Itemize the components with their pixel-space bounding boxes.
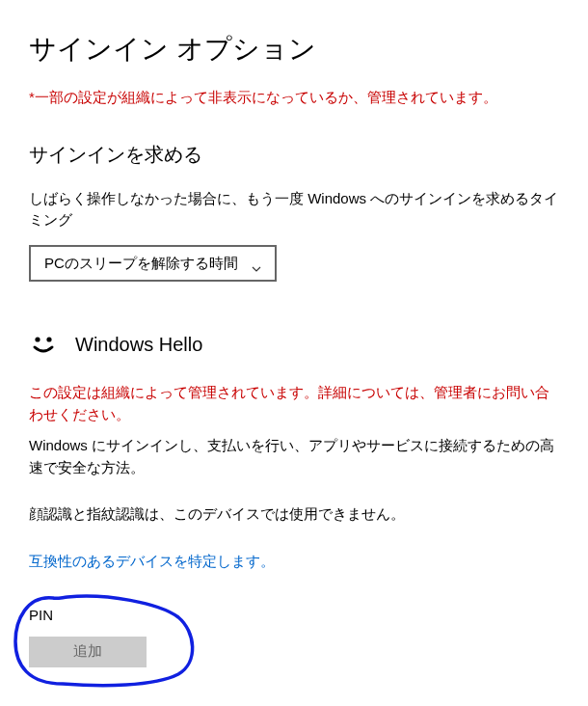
dropdown-value: PCのスリープを解除する時間 xyxy=(44,253,238,275)
require-signin-description: しばらく操作しなかった場合に、もう一度 Windows へのサインインを求めるタ… xyxy=(29,188,559,231)
compatible-devices-link[interactable]: 互換性のあるデバイスを特定します。 xyxy=(29,551,559,573)
policy-warning: *一部の設定が組織によって非表示になっているか、管理されています。 xyxy=(29,87,559,109)
page-title: サインイン オプション xyxy=(29,29,559,69)
smiley-face-icon xyxy=(29,330,58,359)
windows-hello-header: Windows Hello xyxy=(29,330,559,359)
hello-unavailable: 顔認識と指紋認識は、このデバイスでは使用できません。 xyxy=(29,503,559,526)
hello-managed-warning: この設定は組織によって管理されています。詳細については、管理者にお問い合わせくだ… xyxy=(29,382,559,425)
hello-description: Windows にサインインし、支払いを行い、アプリやサービスに接続するための高… xyxy=(29,435,559,478)
svg-point-1 xyxy=(46,337,51,341)
svg-point-0 xyxy=(35,337,40,341)
require-signin-heading: サインインを求める xyxy=(29,140,559,169)
chevron-down-icon xyxy=(252,258,261,268)
pin-add-button[interactable]: 追加 xyxy=(29,637,147,667)
pin-label: PIN xyxy=(29,605,147,627)
signin-timing-dropdown[interactable]: PCのスリープを解除する時間 xyxy=(29,245,277,283)
windows-hello-title: Windows Hello xyxy=(75,330,202,359)
